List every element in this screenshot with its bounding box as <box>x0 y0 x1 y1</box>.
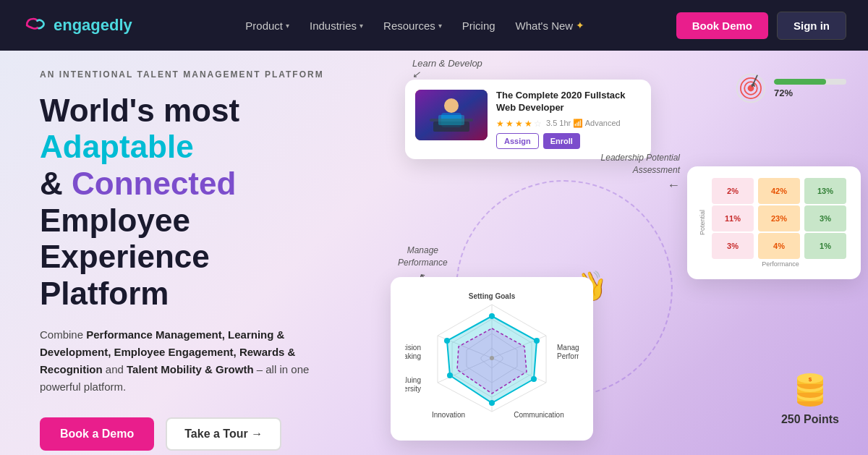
svg-point-37 <box>444 338 450 344</box>
card-radar-performance: Setting Goals Managing Performance Commu… <box>391 277 593 441</box>
nav-item-resources[interactable]: Resources ▾ <box>375 14 451 38</box>
nav-actions: Book Demo Sign in <box>676 12 846 40</box>
chevron-down-icon: ▾ <box>286 22 289 30</box>
svg-point-32 <box>489 313 495 319</box>
svg-text:Communication: Communication <box>514 411 563 419</box>
sign-in-button[interactable]: Sign in <box>777 12 846 40</box>
logo[interactable]: engagedly <box>22 12 132 38</box>
rating-info: 3.5 1hr 📶 Advanced <box>546 119 621 128</box>
svg-text:Managing: Managing <box>557 344 579 352</box>
svg-text:Making: Making <box>405 352 421 360</box>
nav-links: Product ▾ Industries ▾ Resources ▾ Prici… <box>169 14 662 38</box>
navbar: engagedly Product ▾ Industries ▾ Resourc… <box>0 0 868 51</box>
course-info: The Complete 2020 Fullstack Web Develope… <box>496 90 641 149</box>
star-empty-icon: ☆ <box>534 119 542 129</box>
grid-cell-6: 3% <box>712 233 754 259</box>
progress-percentage: 72% <box>774 88 846 98</box>
take-tour-button[interactable]: Take a Tour → <box>166 417 281 451</box>
hero-title: World's most Adaptable & Connected Emplo… <box>40 93 347 312</box>
points-label: 250 Points <box>781 413 839 426</box>
y-axis-label: Potential <box>699 210 706 235</box>
course-action-buttons: Assign Enroll <box>496 133 641 149</box>
nav-item-industries[interactable]: Industries ▾ <box>301 14 372 38</box>
grid-cell-4: 23% <box>758 205 800 231</box>
points-badge: $ 250 Points <box>781 370 839 426</box>
svg-text:Diversity: Diversity <box>405 385 421 393</box>
svg-point-34 <box>531 376 537 382</box>
svg-text:Performance: Performance <box>557 352 579 360</box>
svg-rect-5 <box>438 115 464 125</box>
course-thumbnail <box>415 90 488 140</box>
svg-text:Innovation: Innovation <box>432 411 465 419</box>
svg-text:Decision: Decision <box>405 344 421 352</box>
progress-bar-fill <box>774 79 826 85</box>
chevron-down-icon: ▾ <box>359 22 363 30</box>
nav-item-pricing[interactable]: Pricing <box>454 14 504 38</box>
svg-text:Setting Goals: Setting Goals <box>469 292 516 300</box>
svg-point-36 <box>447 373 453 378</box>
hero-section: AN INTENTIONAL TALENT MANAGEMENT PLATFOR… <box>0 51 868 455</box>
target-progress-area: 72% <box>735 72 846 104</box>
book-demo-hero-button[interactable]: Book a Demo <box>40 417 154 451</box>
assign-button[interactable]: Assign <box>496 133 539 149</box>
grid-cell-5: 3% <box>804 205 846 231</box>
star-1-icon: ★ <box>496 119 504 129</box>
leadership-label: Leadership PotentialAssessment← <box>601 152 680 195</box>
progress-bar <box>774 79 846 85</box>
logo-text: engagedly <box>54 16 132 35</box>
grid-cell-2: 13% <box>804 178 846 204</box>
hero-description: Combine Performance Management, Learning… <box>40 326 347 396</box>
target-icon <box>735 72 767 104</box>
card-learn-develop: Learn & Develop ↙ <box>405 80 651 159</box>
star-3-icon: ★ <box>515 119 523 129</box>
svg-point-33 <box>534 338 540 344</box>
grid-cell-0: 2% <box>712 178 754 204</box>
grid-cell-3: 11% <box>712 205 754 231</box>
connected-highlight: Connected <box>72 166 236 201</box>
grid-cell-7: 4% <box>758 233 800 259</box>
card-leadership-grid: Potential 2% 42% 13% 11% 23% 3% 3% 4% <box>687 166 861 279</box>
star-half-icon: ★ <box>524 119 532 129</box>
sparkle-icon: ✦ <box>576 20 584 31</box>
chevron-down-icon: ▾ <box>438 22 442 30</box>
book-demo-button[interactable]: Book Demo <box>676 12 768 39</box>
star-rating: ★ ★ ★ ★ ☆ 3.5 1hr 📶 Advanced <box>496 119 641 129</box>
x-axis-label: Performance <box>712 260 849 268</box>
logo-icon <box>22 12 48 38</box>
performance-grid: 2% 42% 13% 11% 23% 3% 3% 4% 1% <box>712 178 849 259</box>
hero-left: AN INTENTIONAL TALENT MANAGEMENT PLATFOR… <box>0 51 376 455</box>
nav-item-whats-new[interactable]: What's New ✦ <box>507 14 594 38</box>
radar-chart: Setting Goals Managing Performance Commu… <box>405 289 579 426</box>
svg-point-38 <box>490 356 494 360</box>
grid-cell-1: 42% <box>758 178 800 204</box>
grid-cell-8: 1% <box>804 233 846 259</box>
course-title: The Complete 2020 Fullstack Web Develope… <box>496 90 641 114</box>
svg-point-1 <box>444 98 459 113</box>
svg-text:Valuing: Valuing <box>405 376 421 384</box>
hero-subtitle: AN INTENTIONAL TALENT MANAGEMENT PLATFOR… <box>40 69 347 80</box>
hero-buttons: Book a Demo Take a Tour → <box>40 417 347 451</box>
enroll-button[interactable]: Enroll <box>543 133 580 149</box>
svg-text:$: $ <box>809 376 812 383</box>
adaptable-highlight: Adaptable <box>40 129 194 164</box>
svg-point-35 <box>489 400 495 406</box>
star-2-icon: ★ <box>506 119 514 129</box>
hero-right: Learn & Develop ↙ <box>376 51 868 455</box>
learn-develop-label: Learn & Develop ↙ <box>412 58 482 80</box>
nav-item-product[interactable]: Product ▾ <box>237 14 298 38</box>
coins-icon: $ <box>790 370 830 410</box>
progress-container: 72% <box>774 79 846 98</box>
